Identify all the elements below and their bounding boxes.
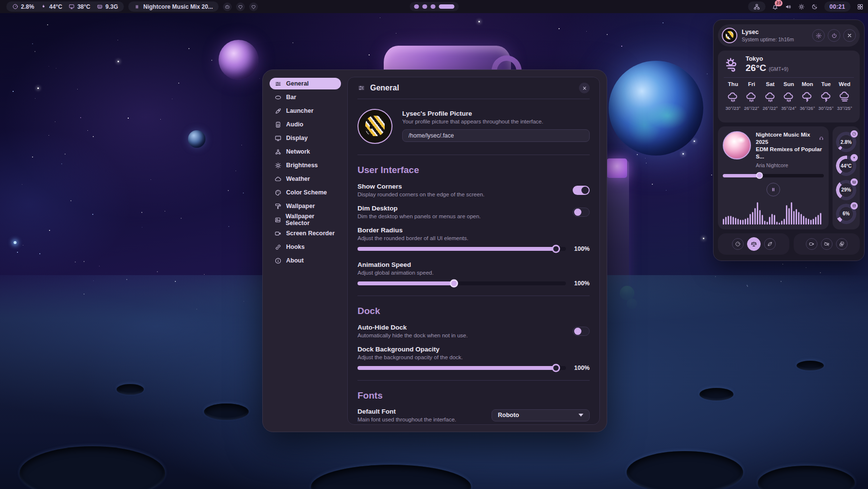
favorite-button-2[interactable] [249, 2, 258, 11]
album-art [723, 131, 751, 159]
close-icon [582, 86, 587, 91]
sidebar-item-brightness[interactable]: Brightness [270, 159, 341, 171]
sidebar-item-wallpaper-selector[interactable]: Wallpaper Selector [270, 214, 341, 226]
sidebar-label: Bar [286, 94, 296, 101]
sidebar-item-weather[interactable]: Weather [270, 173, 341, 185]
memory-gauge: 29% [836, 180, 856, 200]
forecast-day-label: Fri [742, 81, 761, 87]
animation-speed-slider[interactable] [357, 281, 566, 285]
performance-profile-button[interactable] [732, 238, 744, 250]
volume-icon[interactable] [785, 3, 792, 10]
brightness-icon[interactable] [798, 3, 805, 10]
media-title-line1: Nightcore Music Mix 2025 [756, 131, 824, 146]
setting-description: Adjust the background opacity of the doc… [357, 354, 590, 360]
crater [797, 361, 824, 370]
setting-texts: Dim Desktop Dim the desktop when panels … [357, 205, 481, 219]
system-stats-pill: 2.8% 44°C 38°C 9.3G [6, 1, 124, 12]
visualizer-bar [820, 213, 821, 225]
sidebar-label: Hooks [286, 244, 305, 250]
sidebar-item-general[interactable]: General [270, 78, 341, 89]
avatar[interactable] [357, 109, 392, 144]
display-icon [68, 3, 75, 10]
auto-hide-dock-toggle[interactable] [573, 327, 590, 336]
bot-icon [224, 4, 230, 10]
sidebar-item-audio[interactable]: Audio [270, 119, 341, 130]
workspace-dot[interactable] [430, 4, 435, 9]
sidebar-item-display[interactable]: Display [270, 132, 341, 144]
slider-knob[interactable] [552, 364, 560, 372]
sidebar-label: Launcher [286, 107, 313, 114]
dock-opacity-slider[interactable] [357, 366, 566, 370]
disk-icon [851, 202, 858, 210]
night-light-icon[interactable] [811, 3, 818, 10]
settings-button[interactable] [812, 29, 825, 42]
visualizer-bar [793, 211, 795, 225]
pause-icon [770, 187, 776, 192]
workspace-dot[interactable] [414, 4, 419, 9]
forecast-day: Sun35°/24° [780, 81, 798, 111]
media-progress-slider[interactable] [723, 174, 824, 177]
show-corners-toggle[interactable] [573, 186, 590, 195]
visualizer-bar [766, 222, 768, 225]
disk-gauge: 6% [836, 204, 856, 224]
visualizer-bar [754, 208, 756, 225]
forecast-day: Thu30°/23° [724, 81, 742, 111]
balanced-profile-button[interactable] [747, 237, 761, 251]
sidebar-item-screen-recorder[interactable]: Screen Recorder [270, 227, 341, 239]
overview-grid-icon[interactable] [857, 3, 864, 10]
workspace-indicator[interactable] [409, 2, 459, 11]
audio-visualizer [723, 201, 824, 225]
slider-knob[interactable] [552, 245, 560, 253]
close-panel-button[interactable] [843, 29, 856, 42]
close-icon [847, 33, 852, 38]
forecast-day-label: Sat [761, 81, 780, 87]
media-artist: Aria Nightcore [756, 162, 824, 168]
powersave-profile-button[interactable] [764, 238, 776, 250]
heart-icon [251, 4, 256, 10]
sliders-icon [274, 80, 282, 87]
sidebar-item-hooks[interactable]: Hooks [270, 241, 341, 253]
visualizer-bar [757, 202, 758, 225]
sidebar-item-network[interactable]: Network [270, 146, 341, 157]
power-button[interactable] [828, 29, 840, 42]
sidebar-label: Display [286, 135, 307, 141]
slider-row: 100% [357, 280, 590, 287]
close-button[interactable] [579, 83, 590, 93]
sidebar-item-launcher[interactable]: Launcher [270, 105, 341, 117]
progress-knob[interactable] [756, 172, 763, 179]
record-screen-button[interactable] [806, 238, 817, 250]
notifications-button[interactable]: 23 [772, 3, 779, 10]
sidebar-item-wallpaper[interactable]: Wallpaper [270, 200, 341, 212]
favorite-button[interactable] [236, 2, 245, 11]
visualizer-bar [740, 220, 741, 225]
sidebar-item-color-scheme[interactable]: Color Scheme [270, 187, 341, 198]
border-radius-slider[interactable] [357, 247, 566, 251]
bot-button[interactable] [223, 2, 232, 11]
small-planet [188, 130, 205, 148]
sidebar-label: Network [286, 148, 310, 155]
screenshare-button[interactable] [836, 238, 848, 250]
default-font-dropdown[interactable]: Roboto [492, 409, 590, 421]
sidebar-item-about[interactable]: About [270, 255, 341, 266]
visualizer-bar [774, 215, 775, 225]
forecast-row: Thu30°/23° Fri26°/22° Sat26°/22° Sun35°/… [724, 81, 854, 111]
forecast-temps: 35°/24° [780, 105, 798, 111]
slider-knob[interactable] [450, 279, 458, 288]
slider-value: 100% [572, 365, 590, 371]
sidebar-label: Screen Recorder [286, 230, 335, 237]
setting-animation-speed: Animation Speed Adjust global animation … [357, 261, 590, 287]
network-button[interactable] [748, 1, 766, 12]
visualizer-bar [781, 221, 783, 225]
pause-button[interactable] [766, 183, 780, 196]
workspace-dot[interactable] [439, 4, 454, 9]
dim-desktop-toggle[interactable] [573, 208, 590, 217]
media-pill[interactable]: Nightcore Music Mix 20... [128, 1, 219, 12]
sidebar-item-bar[interactable]: Bar [270, 91, 341, 103]
top-bar-right: 23 00:21 [748, 1, 864, 12]
profile-path-input[interactable] [402, 129, 590, 142]
workspace-dot[interactable] [422, 4, 427, 9]
clock[interactable]: 00:21 [824, 1, 851, 12]
forecast-day-label: Wed [835, 81, 854, 87]
camera-off-button[interactable] [821, 238, 833, 250]
setting-title: Auto-Hide Dock [357, 324, 468, 331]
